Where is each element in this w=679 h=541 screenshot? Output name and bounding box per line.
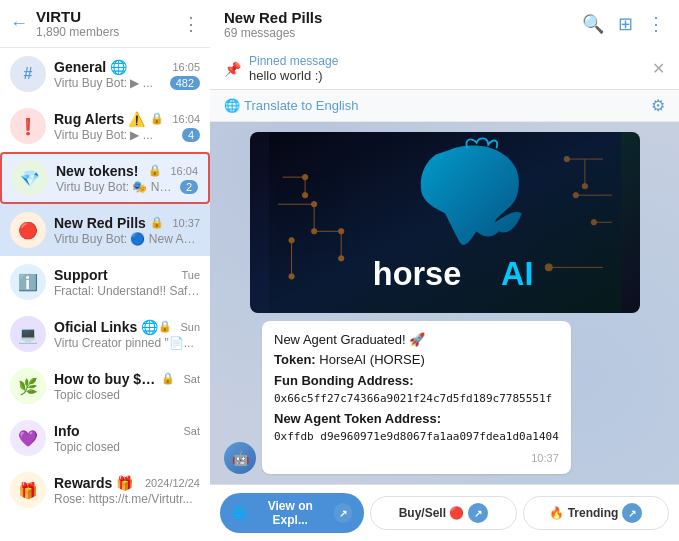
sidebar-item-support[interactable]: ℹ️SupportTueFractal: Understand!! Safe..…	[0, 256, 210, 308]
channel-content-info: InfoSatTopic closed	[54, 423, 200, 454]
channel-badge-rug-alerts: 4	[182, 128, 200, 142]
channel-time-official-links: Sun	[180, 321, 200, 333]
channel-preview-rewards: Rose: https://t.me/Virtutr...	[54, 492, 200, 506]
svg-text:AI: AI	[500, 256, 532, 292]
svg-point-19	[582, 183, 587, 188]
group-info: VIRTU 1,890 members	[36, 8, 182, 39]
chat-header-icons: 🔍 ⊞ ⋮	[582, 13, 665, 35]
pinned-label: Pinned message	[249, 54, 652, 68]
message-container: 🤖 New Agent Graduated! 🚀 Token: HorseAI …	[224, 321, 665, 475]
lock-icon-new-red-pills: 🔒	[150, 216, 164, 229]
pinned-close-icon[interactable]: ✕	[652, 59, 665, 78]
msg-value1: HorseAI (HORSE)	[316, 352, 425, 367]
channel-time-info: Sat	[183, 425, 200, 437]
channel-name-rewards: Rewards 🎁	[54, 475, 141, 491]
channel-name-new-tokens: New tokens!	[56, 163, 148, 179]
channel-preview-general: Virtu Buy Bot: ▶ ...	[54, 76, 166, 90]
channel-avatar-official-links: 💻	[10, 316, 46, 352]
channel-time-new-tokens: 16:04	[170, 165, 198, 177]
lock-icon-how-to-buy: 🔒	[161, 372, 175, 385]
sidebar-header: ← VIRTU 1,890 members ⋮	[0, 0, 210, 48]
sidebar-item-rug-alerts[interactable]: ❗Rug Alerts ⚠️🔒16:04Virtu Buy Bot: ▶ ...…	[0, 100, 210, 152]
buy-sell-button[interactable]: Buy/Sell 🔴 ↗	[370, 496, 516, 530]
channel-avatar-how-to-buy: 🌿	[10, 368, 46, 404]
msg-line2: Token: HorseAI (HORSE)	[274, 350, 559, 370]
message-time-row: 10:37	[274, 450, 559, 467]
chat-title-section: New Red Pills 69 messages	[224, 9, 582, 40]
svg-point-17	[564, 156, 569, 161]
trending-arrow-icon: ↗	[622, 503, 642, 523]
sidebar-item-rewards[interactable]: 🎁Rewards 🎁2024/12/24Rose: https://t.me/V…	[0, 464, 210, 516]
channel-avatar-support: ℹ️	[10, 264, 46, 300]
msg-label2: Fun Bonding Address:	[274, 373, 414, 388]
lock-icon-rug-alerts: 🔒	[150, 112, 164, 125]
channel-name-new-red-pills: New Red Pills	[54, 215, 150, 231]
svg-point-23	[591, 220, 596, 225]
trending-label: 🔥 Trending	[549, 506, 618, 520]
msg-text1: New Agent Graduated! 🚀	[274, 332, 425, 347]
view-explorer-button[interactable]: 🌐 View on Expl... ↗	[220, 493, 364, 533]
sidebar-item-info[interactable]: 💜InfoSatTopic closed	[0, 412, 210, 464]
channel-avatar-general: #	[10, 56, 46, 92]
channel-name-how-to-buy: How to buy $VIRTU	[54, 371, 161, 387]
channel-name-support: Support	[54, 267, 177, 283]
channel-content-official-links: Oficial Links 🌐🔒SunVirtu Creator pinned …	[54, 319, 200, 350]
translate-icon: 🌐	[224, 98, 240, 113]
svg-point-15	[288, 274, 293, 279]
back-icon[interactable]: ←	[10, 13, 28, 34]
svg-point-21	[573, 192, 578, 197]
channel-time-rewards: 2024/12/24	[145, 477, 200, 489]
chat-subtitle: 69 messages	[224, 26, 582, 40]
channel-content-new-tokens: New tokens!🔒16:04Virtu Buy Bot: 🎭 Ne...2	[56, 163, 198, 194]
channel-avatar-rewards: 🎁	[10, 472, 46, 508]
horse-ai-image: horse AI	[250, 132, 640, 313]
chat-header: New Red Pills 69 messages 🔍 ⊞ ⋮	[210, 0, 679, 48]
bottom-bar: 🌐 View on Expl... ↗ Buy/Sell 🔴 ↗ 🔥 Trend…	[210, 484, 679, 541]
columns-icon[interactable]: ⊞	[618, 13, 633, 35]
translate-bar: 🌐 Translate to English ⚙	[210, 90, 679, 122]
sidebar: ← VIRTU 1,890 members ⋮ #General 🌐16:05V…	[0, 0, 210, 541]
svg-point-8	[338, 256, 343, 261]
channel-avatar-rug-alerts: ❗	[10, 108, 46, 144]
channel-avatar-new-tokens: 💎	[12, 160, 48, 196]
sidebar-item-general[interactable]: #General 🌐16:05Virtu Buy Bot: ▶ ...482	[0, 48, 210, 100]
sidebar-item-new-tokens[interactable]: 💎New tokens!🔒16:04Virtu Buy Bot: 🎭 Ne...…	[0, 152, 210, 204]
sidebar-item-official-links[interactable]: 💻Oficial Links 🌐🔒SunVirtu Creator pinned…	[0, 308, 210, 360]
channel-name-rug-alerts: Rug Alerts ⚠️	[54, 111, 150, 127]
message-bubble: New Agent Graduated! 🚀 Token: HorseAI (H…	[262, 321, 571, 475]
channel-content-support: SupportTueFractal: Understand!! Safe...	[54, 267, 200, 298]
buysell-arrow-icon: ↗	[468, 503, 488, 523]
channel-time-general: 16:05	[172, 61, 200, 73]
channel-time-how-to-buy: Sat	[183, 373, 200, 385]
channel-content-how-to-buy: How to buy $VIRTU🔒SatTopic closed	[54, 371, 200, 402]
channel-time-rug-alerts: 16:04	[172, 113, 200, 125]
svg-point-25	[545, 264, 552, 271]
msg-line3: Fun Bonding Address:	[274, 371, 559, 391]
channel-name-info: Info	[54, 423, 179, 439]
channel-content-general: General 🌐16:05Virtu Buy Bot: ▶ ...482	[54, 59, 200, 90]
sidebar-item-new-red-pills[interactable]: 🔴New Red Pills🔒10:37Virtu Buy Bot: 🔵 New…	[0, 204, 210, 256]
channel-avatar-new-red-pills: 🔴	[10, 212, 46, 248]
main-content: New Red Pills 69 messages 🔍 ⊞ ⋮ 📌 Pinned…	[210, 0, 679, 541]
more-icon[interactable]: ⋮	[647, 13, 665, 35]
lock-icon-new-tokens: 🔒	[148, 164, 162, 177]
group-members: 1,890 members	[36, 25, 182, 39]
sidebar-item-how-to-buy[interactable]: 🌿How to buy $VIRTU🔒SatTopic closed	[0, 360, 210, 412]
channel-time-new-red-pills: 10:37	[172, 217, 200, 229]
sidebar-menu-icon[interactable]: ⋮	[182, 13, 200, 35]
channel-name-official-links: Oficial Links 🌐	[54, 319, 158, 335]
msg-address1: 0x66c5ff27c74366a9021f24c7d5fd189c778555…	[274, 391, 559, 408]
search-icon[interactable]: 🔍	[582, 13, 604, 35]
translate-settings-icon[interactable]: ⚙	[651, 96, 665, 115]
view-explorer-label: View on Expl...	[251, 499, 330, 527]
pinned-content: Pinned message hello world :)	[249, 54, 652, 83]
translate-label: Translate to English	[244, 98, 358, 113]
trending-button[interactable]: 🔥 Trending ↗	[523, 496, 669, 530]
translate-button[interactable]: 🌐 Translate to English	[224, 98, 358, 113]
channel-badge-new-tokens: 2	[180, 180, 198, 194]
channel-preview-official-links: Virtu Creator pinned "📄...	[54, 336, 200, 350]
chat-messages: horse AI 🤖 New Agent Graduated! 🚀 Token:…	[210, 122, 679, 484]
channel-content-rug-alerts: Rug Alerts ⚠️🔒16:04Virtu Buy Bot: ▶ ...4	[54, 111, 200, 142]
svg-point-12	[302, 192, 307, 197]
channel-time-support: Tue	[181, 269, 200, 281]
